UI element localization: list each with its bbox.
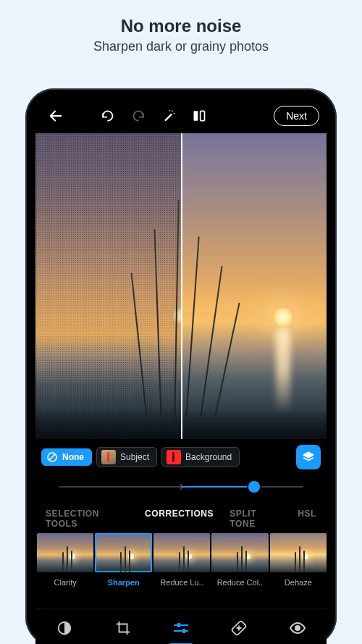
nav-heal[interactable] xyxy=(223,612,255,644)
nav-crop[interactable] xyxy=(107,612,139,644)
preset-sharpen[interactable]: Sharpen xyxy=(95,533,151,587)
auto-enhance-button[interactable] xyxy=(156,103,182,129)
chip-label: Subject xyxy=(120,452,149,462)
promo-subtitle: Sharpen dark or grainy photos xyxy=(0,39,362,54)
selection-background-chip[interactable]: Background xyxy=(161,447,240,467)
redo-button[interactable] xyxy=(125,103,151,129)
preset-reduce-color[interactable]: Reduce Col.. xyxy=(211,533,268,587)
svg-point-2 xyxy=(174,113,175,114)
before-half xyxy=(35,133,181,439)
sliders-icon xyxy=(172,619,190,637)
preset-reduce-luminance[interactable]: Reduce Lu.. xyxy=(153,533,210,587)
eye-icon xyxy=(289,619,306,637)
svg-point-1 xyxy=(172,111,173,112)
selection-row: None Subject Background xyxy=(35,439,327,469)
undo-icon xyxy=(101,109,115,123)
heal-icon xyxy=(231,620,247,636)
bottom-nav xyxy=(35,609,327,644)
preset-dehaze[interactable]: Dehaze xyxy=(270,533,327,587)
promo-title: No more noise xyxy=(0,16,362,36)
preset-label: Clarity xyxy=(37,578,93,587)
preset-label: Sharpen xyxy=(95,578,151,587)
compare-divider[interactable] xyxy=(181,133,182,439)
category-tabs: SELECTION TOOLS CORRECTIONS SPLIT TONE H… xyxy=(35,501,327,533)
svg-marker-8 xyxy=(303,452,313,458)
svg-rect-5 xyxy=(201,111,205,120)
adjust-slider[interactable] xyxy=(59,480,303,494)
looks-icon xyxy=(56,620,72,636)
chip-label: Background xyxy=(185,452,232,462)
subject-thumb-icon xyxy=(101,450,116,464)
slider-thumb[interactable] xyxy=(248,481,260,493)
after-half xyxy=(181,133,327,439)
tab-selection-tools[interactable]: SELECTION TOOLS xyxy=(46,509,129,529)
preset-clarity[interactable]: Clarity xyxy=(37,533,93,587)
magic-wand-icon xyxy=(161,109,176,123)
layers-button[interactable] xyxy=(296,445,321,469)
arrow-left-icon xyxy=(48,108,64,124)
next-button[interactable]: Next xyxy=(274,106,319,126)
compare-button[interactable] xyxy=(186,103,212,129)
tab-split-tone[interactable]: SPLIT TONE xyxy=(230,509,282,529)
top-toolbar: Next xyxy=(35,99,327,133)
nav-redeye[interactable] xyxy=(282,612,313,644)
back-button[interactable] xyxy=(43,103,69,129)
phone-frame: Next xyxy=(25,88,337,644)
preset-label: Reduce Col.. xyxy=(211,578,268,587)
svg-point-17 xyxy=(295,626,300,630)
redo-icon xyxy=(131,109,146,123)
nav-looks[interactable] xyxy=(49,612,80,644)
app-screen: Next xyxy=(35,99,327,644)
prohibit-icon xyxy=(46,451,58,463)
layers-icon xyxy=(302,451,315,464)
compare-icon xyxy=(192,109,206,123)
chip-label: None xyxy=(62,452,84,462)
background-thumb-icon xyxy=(167,450,181,464)
svg-rect-12 xyxy=(177,623,180,627)
preset-strip: Clarity Sharpen Reduce Lu.. Reduce Col..… xyxy=(35,533,327,587)
tab-hsl[interactable]: HSL xyxy=(298,509,316,529)
selection-none-chip[interactable]: None xyxy=(41,448,92,466)
preset-label: Dehaze xyxy=(270,578,327,587)
selection-subject-chip[interactable]: Subject xyxy=(96,447,157,467)
tab-corrections[interactable]: CORRECTIONS xyxy=(145,509,214,529)
nav-adjust[interactable] xyxy=(165,612,197,644)
svg-rect-4 xyxy=(194,111,198,120)
undo-button[interactable] xyxy=(95,103,121,129)
svg-line-7 xyxy=(49,453,55,460)
svg-rect-13 xyxy=(182,629,185,633)
photo-canvas[interactable] xyxy=(35,133,327,439)
crop-icon xyxy=(115,620,131,636)
svg-point-3 xyxy=(169,110,170,111)
preset-label: Reduce Lu.. xyxy=(153,578,210,587)
